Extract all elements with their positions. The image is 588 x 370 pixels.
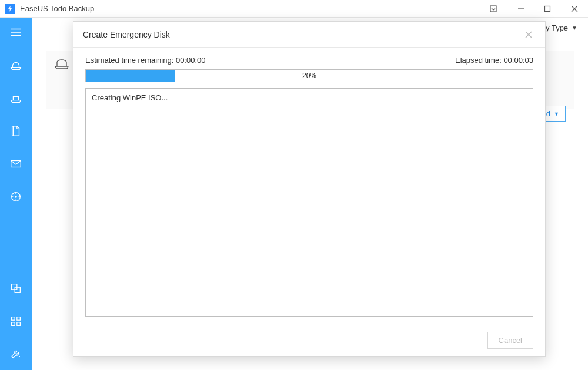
progress-bar: 20% (85, 69, 533, 82)
mail-backup-icon[interactable] (8, 156, 24, 171)
disk-backup-icon[interactable] (8, 58, 24, 73)
hamburger-menu-icon[interactable] (8, 25, 24, 40)
sidebar (0, 18, 32, 370)
estimated-time-label: Estimated time remaining: (85, 56, 173, 65)
estimated-time-value: 00:00:00 (176, 56, 206, 65)
svg-rect-0 (490, 6, 496, 12)
system-backup-icon[interactable] (8, 90, 24, 106)
clone-icon[interactable] (8, 281, 24, 296)
svg-rect-9 (12, 322, 15, 326)
progress-percent-label: 20% (86, 70, 533, 82)
svg-point-4 (15, 196, 17, 198)
log-output: Creating WinPE ISO... (85, 88, 533, 317)
dialog-header: Create Emergency Disk (74, 22, 545, 48)
app-logo-icon (5, 4, 15, 14)
svg-rect-10 (17, 322, 21, 326)
log-line: Creating WinPE ISO... (92, 93, 527, 102)
window-minimize-button[interactable] (507, 0, 534, 18)
dialog-close-button[interactable] (522, 28, 536, 42)
time-row: Estimated time remaining: 00:00:00 Elaps… (85, 56, 533, 65)
svg-rect-6 (15, 287, 20, 292)
window-dropdown-button[interactable] (480, 0, 507, 18)
caret-down-icon: ▼ (554, 111, 559, 117)
window-maximize-button[interactable] (534, 0, 561, 18)
main-area: Sort by Type ▼ Advanced ▼ Create Emergen… (32, 18, 588, 370)
dialog-footer: Cancel (74, 324, 545, 356)
tools-grid-icon[interactable] (8, 314, 24, 329)
window-close-button[interactable] (561, 0, 588, 18)
app-title: EaseUS Todo Backup (20, 4, 94, 13)
cancel-button[interactable]: Cancel (487, 332, 533, 349)
elapsed-time-value: 00:00:03 (503, 56, 533, 65)
svg-rect-8 (17, 317, 21, 321)
create-emergency-disk-dialog: Create Emergency Disk Estimated time rem… (73, 21, 546, 357)
titlebar: EaseUS Todo Backup (0, 0, 588, 18)
task-disk-icon (54, 56, 69, 72)
elapsed-time-label: Elapsed time: (455, 56, 502, 65)
dialog-title: Create Emergency Disk (83, 30, 170, 39)
settings-wrench-icon[interactable] (8, 347, 24, 362)
smart-backup-icon[interactable] (8, 189, 24, 204)
caret-down-icon: ▼ (572, 25, 577, 31)
file-backup-icon[interactable] (8, 123, 24, 139)
svg-rect-5 (12, 284, 17, 290)
svg-rect-7 (12, 317, 15, 321)
svg-rect-1 (545, 6, 550, 11)
